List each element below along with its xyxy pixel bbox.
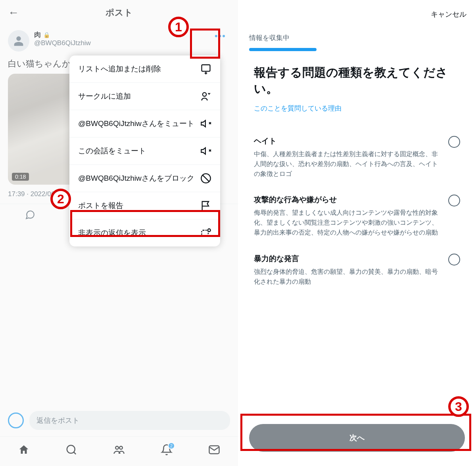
dropdown-add-circle[interactable]: サークルに追加 xyxy=(69,82,220,110)
option-desc: 中傷、人種差別主義者または性差別主義者に対する固定概念、非人間的な扱い、恐れや差… xyxy=(254,149,440,179)
person-icon xyxy=(12,34,25,48)
back-arrow-icon[interactable]: ← xyxy=(8,6,19,19)
radio-unchecked-icon[interactable] xyxy=(448,136,460,148)
more-options-button[interactable]: ••• xyxy=(211,30,230,42)
page-title: ポスト xyxy=(19,7,219,19)
report-option-hate[interactable]: ヘイト 中傷、人種差別主義者または性差別主義者に対する固定概念、非人間的な扱い、… xyxy=(254,128,460,187)
nav-community-icon[interactable] xyxy=(113,444,125,456)
cancel-button[interactable]: キャンセル xyxy=(431,10,466,19)
dropdown-mute-user[interactable]: @BWQB6QiJtzhiwさんをミュート xyxy=(69,110,220,137)
block-icon xyxy=(200,173,211,184)
reply-input[interactable]: 返信をポスト xyxy=(29,411,230,430)
nav-messages-icon[interactable] xyxy=(208,444,220,456)
reply-icon[interactable] xyxy=(25,210,35,220)
display-name: 肉 xyxy=(34,30,41,39)
bottom-nav: 2 xyxy=(0,436,238,466)
user-handle: @BWQB6QiJtzhiw xyxy=(34,39,211,47)
annotation-marker: 3 xyxy=(448,396,469,417)
next-button[interactable]: 次へ xyxy=(249,424,465,452)
nav-notifications-icon[interactable]: 2 xyxy=(161,444,173,456)
notification-badge: 2 xyxy=(168,442,175,449)
svg-point-6 xyxy=(115,446,119,449)
svg-point-1 xyxy=(203,93,206,96)
dropdown-add-remove-list[interactable]: リストへ追加または削除 xyxy=(69,55,220,82)
report-option-harassment[interactable]: 攻撃的な行為や嫌がらせ 侮辱的発言、望ましくない成人向けコンテンツや露骨な性的対… xyxy=(254,187,460,245)
svg-point-4 xyxy=(208,229,211,232)
video-duration: 0:18 xyxy=(12,173,29,181)
person-heart-icon xyxy=(200,91,211,102)
option-desc: 強烈な身体的脅迫、危害の願望、暴力の賛美、暴力の扇動、暗号化された暴力の扇動 xyxy=(254,267,440,287)
option-title: ヘイト xyxy=(254,136,440,146)
svg-point-7 xyxy=(119,446,123,449)
dropdown-show-hidden-replies[interactable]: 非表示の返信を表示 xyxy=(69,219,220,246)
composer-avatar[interactable] xyxy=(8,413,24,428)
mute-icon xyxy=(200,145,211,157)
nav-search-icon[interactable] xyxy=(65,444,77,456)
dropdown-report-post[interactable]: ポストを報告 xyxy=(69,192,220,219)
svg-point-5 xyxy=(67,445,75,453)
dropdown-mute-conversation[interactable]: この会話をミュート xyxy=(69,137,220,164)
progress-bar xyxy=(249,48,317,51)
flag-icon xyxy=(200,200,211,211)
reason-link[interactable]: このことを質問している理由 xyxy=(238,97,476,120)
report-option-violence[interactable]: 暴力的な発言 強烈な身体的脅迫、危害の願望、暴力の賛美、暴力の扇動、暗号化された… xyxy=(254,246,460,295)
radio-unchecked-icon[interactable] xyxy=(448,195,460,206)
svg-rect-3 xyxy=(202,230,208,236)
mute-icon xyxy=(200,118,211,129)
hidden-replies-icon xyxy=(200,227,211,239)
dropdown-block-user[interactable]: @BWQB6QiJtzhiwさんをブロック xyxy=(69,164,220,192)
option-title: 暴力的な発言 xyxy=(254,254,440,264)
reply-composer: 返信をポスト xyxy=(0,405,238,436)
svg-rect-0 xyxy=(202,65,210,71)
lock-icon: 🔒 xyxy=(43,32,50,38)
post-options-dropdown: リストへ追加または削除 サークルに追加 @BWQB6QiJtzhiwさんをミュー… xyxy=(69,55,220,246)
report-heading: 報告する問題の種類を教えてください。 xyxy=(238,65,476,97)
avatar[interactable] xyxy=(8,30,29,52)
option-title: 攻撃的な行為や嫌がらせ xyxy=(254,195,440,205)
radio-unchecked-icon[interactable] xyxy=(448,254,460,265)
post-author-row: 肉 🔒 @BWQB6QiJtzhiw ••• xyxy=(0,25,238,56)
progress-label: 情報を収集中 xyxy=(238,33,476,42)
list-add-icon xyxy=(200,63,211,74)
option-desc: 侮辱的発言、望ましくない成人向けコンテンツや露骨な性的対象化、望ましくない閲覧注… xyxy=(254,208,440,237)
left-header: ← ポスト xyxy=(0,0,238,25)
nav-home-icon[interactable] xyxy=(18,444,30,456)
